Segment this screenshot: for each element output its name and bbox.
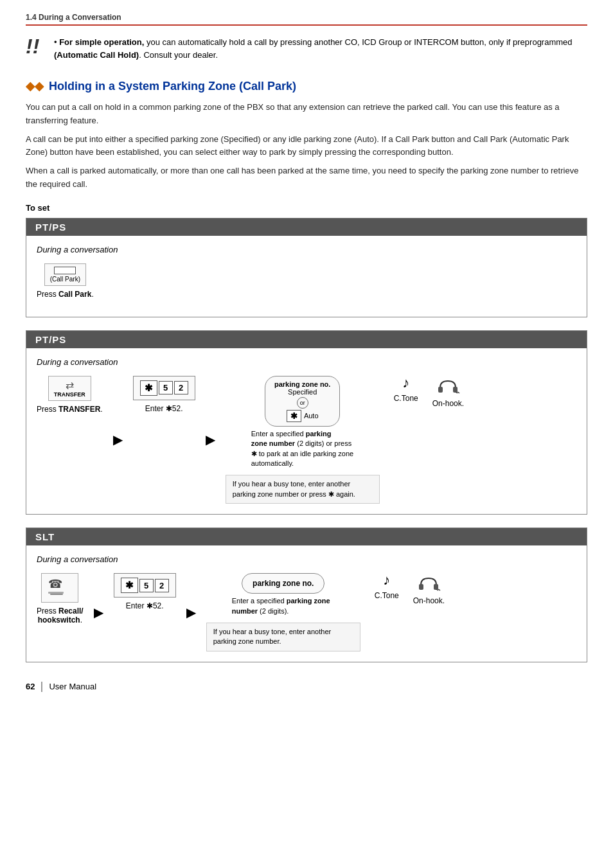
box3-tone-label: C.Tone xyxy=(375,591,399,600)
ptps-box-1: PT/PS During a conversation (Call Park) … xyxy=(26,218,587,317)
svg-line-10 xyxy=(438,589,440,590)
key-2-2: 2 xyxy=(155,579,169,592)
tone-icon: ♪ xyxy=(402,376,409,390)
key-5-2: 5 xyxy=(139,579,154,592)
transfer-icon: ⇄ TRANSFER xyxy=(48,376,91,401)
key-star: ✱ xyxy=(140,380,157,396)
ptps-box-2: PT/PS During a conversation ⇄ TRANSFER P… xyxy=(26,330,587,515)
box2-busy-note: If you hear a busy tone, enter another p… xyxy=(226,475,380,504)
box1-callpark-step: (Call Park) Press Call Park. xyxy=(37,263,94,299)
box3-tone-col: ♪ C.Tone xyxy=(375,573,399,600)
note-text: • For simple operation, you can automati… xyxy=(54,36,587,61)
svg-line-2 xyxy=(456,392,458,393)
box2-italic: During a conversation xyxy=(37,357,576,367)
section-title: ◆◆ Holding in a System Parking Zone (Cal… xyxy=(26,79,587,93)
onhook-icon-2 xyxy=(416,573,441,592)
headset-svg-2 xyxy=(416,573,441,592)
arrow-4: ▶ xyxy=(186,605,196,620)
section-title-text: Holding in a System Parking Zone (Call P… xyxy=(49,80,296,93)
box1-italic: During a conversation xyxy=(37,245,576,254)
slt-phone-icon: ☎ xyxy=(47,576,73,599)
svg-rect-6 xyxy=(50,594,63,595)
body-text-3: When a call is parked automatically, or … xyxy=(26,164,587,191)
box3-onhook-col: On-hook. xyxy=(413,573,445,605)
section-header: 1.4 During a Conversation xyxy=(26,13,587,26)
note-icon: !! xyxy=(26,36,45,57)
onhook-icon xyxy=(435,376,461,395)
box3-italic: During a conversation xyxy=(37,554,576,564)
svg-text:☎: ☎ xyxy=(48,578,62,590)
box3-step-flow: ☎ Press Recall/hookswitch. ▶ ✱ 5 2 xyxy=(37,573,576,651)
headset-svg xyxy=(435,376,461,395)
body-text-1: You can put a call on hold in a common p… xyxy=(26,101,587,128)
box1-header: PT/PS xyxy=(26,218,587,236)
box1-step-flow: (Call Park) Press Call Park. xyxy=(37,263,576,299)
recall-icon: ☎ xyxy=(41,573,78,603)
tone-icon-2: ♪ xyxy=(383,573,390,587)
svg-line-9 xyxy=(436,589,438,590)
call-park-label: (Call Park) xyxy=(50,276,80,283)
page-label: User Manual xyxy=(49,682,96,691)
body-text-2: A call can be put into either a specifie… xyxy=(26,133,587,160)
box3-enter-note: Enter a specified parking zone number (2… xyxy=(232,596,335,616)
svg-rect-1 xyxy=(453,387,458,393)
to-set-label: To set xyxy=(26,203,587,213)
box2-onhook-col: On-hook. xyxy=(432,376,464,408)
box2-onhook-label: On-hook. xyxy=(432,399,464,408)
svg-rect-0 xyxy=(438,387,443,393)
parking-zone-bubble-simple: parking zone no. xyxy=(242,573,324,594)
box1-press-label: Press Call Park. xyxy=(37,290,94,299)
svg-rect-7 xyxy=(419,584,423,590)
box2-tone-label: C.Tone xyxy=(394,394,418,403)
call-park-button-icon: (Call Park) xyxy=(44,263,86,286)
parking-zone-bubble: parking zone no. Specified or ✱ Auto xyxy=(265,376,340,427)
box3-busy-note: If you hear a busy tone, enter another p… xyxy=(206,623,360,651)
svg-rect-5 xyxy=(48,592,64,594)
box3-press-recall: Press Recall/hookswitch. xyxy=(37,607,84,624)
page-footer: 62 User Manual xyxy=(26,682,587,692)
box2-step-flow: ⇄ TRANSFER Press TRANSFER. ▶ ✱ 5 2 Enter… xyxy=(37,376,576,504)
slt-box: SLT During a conversation ☎ Press Recal xyxy=(26,527,587,662)
svg-rect-8 xyxy=(434,584,438,590)
box3-pz-col: parking zone no. Enter a specified parki… xyxy=(206,573,360,651)
box2-pz-col: parking zone no. Specified or ✱ Auto Ent… xyxy=(226,376,380,504)
page-number: 62 xyxy=(26,682,35,691)
box2-body: During a conversation ⇄ TRANSFER Press T… xyxy=(26,348,587,514)
box3-onhook-label: On-hook. xyxy=(413,596,445,605)
box3-header: SLT xyxy=(26,528,587,545)
box3-key-col: ✱ 5 2 Enter ✱52. xyxy=(114,573,176,610)
svg-line-3 xyxy=(458,392,459,393)
key-star-2: ✱ xyxy=(121,578,138,593)
footer-divider xyxy=(41,682,42,692)
key-5: 5 xyxy=(159,381,173,394)
box3-recall-col: ☎ Press Recall/hookswitch. xyxy=(37,573,84,624)
box2-transfer-col: ⇄ TRANSFER Press TRANSFER. xyxy=(37,376,103,414)
box2-press-transfer: Press TRANSFER. xyxy=(37,405,103,414)
box3-keys: ✱ 5 2 xyxy=(114,573,176,598)
box1-body: During a conversation (Call Park) Press … xyxy=(26,236,587,317)
diamond-icons: ◆◆ xyxy=(26,79,44,93)
box2-enter-label: Enter ✱52. xyxy=(145,404,183,413)
box3-body: During a conversation ☎ Press Recall/hoo… xyxy=(26,545,587,662)
box2-key-col: ✱ 5 2 Enter ✱52. xyxy=(133,376,195,413)
note-box: !! • For simple operation, you can autom… xyxy=(26,36,587,61)
arrow-2: ▶ xyxy=(206,432,215,447)
arrow-3: ▶ xyxy=(94,605,103,620)
box2-enter-note: Enter a specified parking zone number (2… xyxy=(251,429,354,469)
arrow-1: ▶ xyxy=(113,432,123,447)
key-2: 2 xyxy=(174,381,188,394)
box3-enter-label: Enter ✱52. xyxy=(126,601,164,610)
box2-tone-col: ♪ C.Tone xyxy=(394,376,418,403)
box2-header: PT/PS xyxy=(26,331,587,348)
box2-keys: ✱ 5 2 xyxy=(133,376,195,400)
